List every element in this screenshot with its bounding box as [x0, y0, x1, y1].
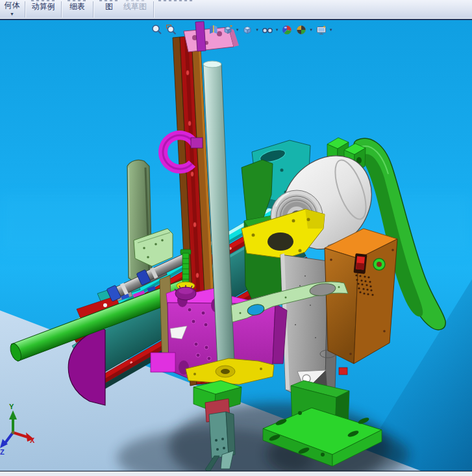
cropped-text-remnant	[99, 0, 119, 1]
cad-application-window: 何体 ▼ 动算例 细表 图 线草图	[0, 0, 472, 476]
graphics-viewport[interactable]: Y X Z ▾ ▾ ▾	[0, 20, 472, 471]
ribbon-button-label: 图	[94, 3, 124, 11]
ribbon-button-motion-study[interactable]: 动算例	[26, 0, 60, 18]
edit-appearance-icon[interactable]	[281, 23, 293, 36]
ribbon-button-drawing[interactable]: 图	[94, 0, 124, 18]
ribbon-divider	[61, 1, 62, 18]
toolbar-gap	[179, 29, 205, 30]
ribbon-button-label: 何体	[0, 1, 24, 10]
headsup-view-toolbar: ▾ ▾ ▾ ▾ ▾	[151, 23, 333, 36]
ribbon-toolbar: 何体 ▼ 动算例 细表 图 线草图	[0, 0, 472, 19]
ribbon-divider	[25, 1, 25, 18]
ribbon-button-label: 动算例	[26, 3, 60, 11]
cropped-text-remnant	[31, 0, 55, 1]
part-sheet-metal-bracket[interactable]	[127, 160, 152, 286]
display-style-icon[interactable]	[242, 23, 254, 36]
chevron-down-icon[interactable]: ▾	[236, 27, 240, 32]
ribbon-button-bom[interactable]: 细表	[62, 0, 92, 18]
cropped-text-remnant	[158, 0, 195, 1]
svg-text:X: X	[30, 436, 35, 444]
section-view-icon[interactable]	[207, 23, 219, 36]
ribbon-button-label: 线草图	[121, 3, 149, 11]
cropped-text-remnant	[126, 0, 144, 1]
svg-text:Z: Z	[0, 448, 5, 456]
ribbon-button-3d-sketch[interactable]: 线草图	[121, 0, 149, 18]
chevron-down-icon: ▼	[0, 12, 24, 16]
chevron-down-icon[interactable]: ▾	[275, 27, 279, 32]
ribbon-button-geometry[interactable]: 何体 ▼	[0, 0, 24, 18]
zoom-to-fit-icon[interactable]	[151, 23, 163, 36]
status-bar	[0, 471, 472, 476]
view-orientation-icon[interactable]	[221, 23, 234, 36]
chevron-down-icon[interactable]: ▾	[329, 27, 333, 32]
zoom-to-area-icon[interactable]	[165, 23, 177, 36]
view-settings-icon[interactable]	[315, 23, 327, 36]
cropped-text-remnant	[68, 0, 87, 1]
svg-text:Y: Y	[9, 403, 14, 410]
apply-scene-icon[interactable]	[295, 23, 308, 36]
hide-show-items-icon[interactable]	[261, 23, 273, 36]
ribbon-divider	[93, 1, 93, 18]
chevron-down-icon[interactable]: ▾	[310, 27, 314, 32]
chevron-down-icon[interactable]: ▾	[256, 27, 260, 32]
ribbon-button-label: 细表	[62, 3, 92, 11]
model-3d-view[interactable]: Y X Z	[0, 20, 472, 471]
ribbon-divider	[153, 1, 154, 18]
